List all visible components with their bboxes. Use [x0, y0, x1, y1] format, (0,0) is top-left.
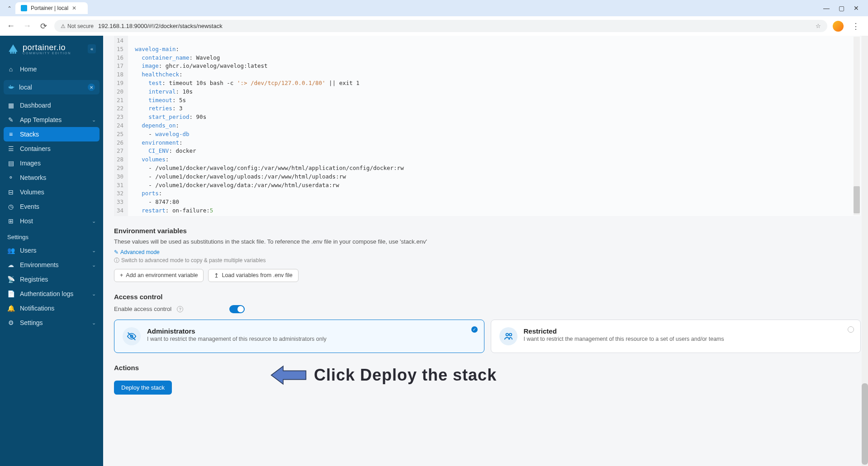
- svg-rect-3: [10, 85, 11, 86]
- env-name: local: [19, 84, 32, 91]
- radio-checked-icon: ✓: [471, 326, 478, 333]
- sidebar-collapse-button[interactable]: «: [88, 44, 96, 53]
- chevron-down-icon: ⌄: [92, 291, 96, 297]
- svg-point-6: [506, 333, 508, 336]
- load-env-file-button[interactable]: ↥Load variables from .env file: [208, 269, 298, 282]
- environment-badge[interactable]: local ✕: [4, 80, 100, 94]
- admin-card-desc: I want to restrict the management of thi…: [147, 336, 327, 342]
- sidebar-item-stacks[interactable]: ≡Stacks: [4, 127, 100, 141]
- bookmark-icon[interactable]: ☆: [816, 23, 821, 29]
- restricted-card-title: Restricted: [524, 327, 724, 335]
- chevron-down-icon: ⌄: [92, 117, 96, 123]
- tab-dropdown-icon[interactable]: ⌄: [7, 5, 12, 11]
- env-close-icon[interactable]: ✕: [88, 84, 95, 91]
- window-close-icon[interactable]: ✕: [854, 5, 859, 12]
- sidebar-item-home[interactable]: ⌂ Home: [0, 62, 103, 76]
- sidebar-item-dashboard[interactable]: ▦Dashboard: [0, 98, 103, 113]
- back-button[interactable]: ←: [5, 21, 16, 31]
- advanced-mode-hint: ⓘSwitch to advanced mode to copy & paste…: [114, 257, 861, 264]
- upload-icon: ↥: [214, 272, 219, 279]
- env-vars-help: These values will be used as substitutio…: [114, 238, 861, 245]
- info-icon: ⓘ: [114, 257, 119, 264]
- eye-off-icon: [123, 327, 141, 345]
- images-icon: ▤: [7, 160, 14, 167]
- access-toggle-label: Enable access control: [114, 306, 171, 312]
- editor-gutter: 1415161718192021222324252627282930313233…: [114, 36, 128, 216]
- templates-icon: ✎: [7, 116, 14, 123]
- editor-body[interactable]: wavelog-main: container_name: Wavelog im…: [128, 36, 861, 216]
- tab-close-icon[interactable]: ✕: [72, 5, 76, 11]
- bell-icon: 🔔: [7, 305, 14, 312]
- admin-card-title: Administrators: [147, 327, 327, 335]
- sidebar-item-volumes[interactable]: ⊟Volumes: [0, 185, 103, 199]
- window-maximize-icon[interactable]: ▢: [839, 5, 844, 12]
- favicon-icon: [21, 5, 27, 11]
- sidebar-item-events[interactable]: ◷Events: [0, 199, 103, 214]
- chevron-down-icon: ⌄: [92, 320, 96, 326]
- environments-icon: ☁: [7, 261, 14, 268]
- yaml-editor[interactable]: 1415161718192021222324252627282930313233…: [114, 36, 861, 216]
- edit-icon: ✎: [114, 249, 119, 255]
- access-control-heading: Access control: [114, 293, 861, 301]
- main-scrollbar[interactable]: [862, 36, 868, 466]
- logs-icon: 📄: [7, 290, 14, 297]
- forward-button[interactable]: →: [22, 21, 33, 31]
- main-content: 1415161718192021222324252627282930313233…: [103, 36, 868, 466]
- browser-menu-icon[interactable]: ⋮: [849, 21, 863, 31]
- docker-icon: [8, 85, 15, 90]
- tab-title: Portainer | local: [31, 5, 68, 11]
- env-vars-heading: Environment variables: [114, 227, 861, 235]
- help-icon[interactable]: ?: [177, 306, 183, 312]
- sidebar-item-containers[interactable]: ☰Containers: [0, 141, 103, 156]
- profile-avatar[interactable]: [833, 21, 844, 32]
- url-text: 192.168.1.18:9000/#!/2/docker/stacks/new…: [98, 23, 223, 29]
- actions-heading: Actions: [114, 364, 861, 372]
- sidebar-item-networks[interactable]: ⚬Networks: [0, 170, 103, 185]
- security-badge[interactable]: ⚠ Not secure: [61, 23, 94, 29]
- containers-icon: ☰: [7, 145, 14, 152]
- volumes-icon: ⊟: [7, 188, 14, 196]
- sidebar-item-environments[interactable]: ☁Environments⌄: [0, 258, 103, 272]
- svg-point-7: [509, 333, 512, 336]
- sidebar-item-settings[interactable]: ⚙Settings⌄: [0, 315, 103, 330]
- gear-icon: ⚙: [7, 319, 14, 326]
- home-icon: ⌂: [7, 66, 14, 73]
- sidebar: portainer.io COMMUNITY EDITION « ⌂ Home …: [0, 36, 103, 466]
- stacks-icon: ≡: [7, 131, 14, 138]
- networks-icon: ⚬: [7, 174, 14, 181]
- sidebar-item-app-templates[interactable]: ✎App Templates⌄: [0, 113, 103, 127]
- address-bar[interactable]: ⚠ Not secure 192.168.1.18:9000/#!/2/dock…: [54, 20, 827, 32]
- sidebar-item-auth-logs[interactable]: 📄Authentication logs⌄: [0, 287, 103, 301]
- chevron-down-icon: ⌄: [92, 262, 96, 268]
- chevron-down-icon: ⌄: [92, 248, 96, 254]
- dashboard-icon: ▦: [7, 102, 14, 109]
- advanced-mode-link[interactable]: ✎Advanced mode: [114, 249, 160, 255]
- radio-unchecked-icon: [848, 326, 854, 333]
- users-group-icon: [499, 327, 517, 345]
- host-icon: ⊞: [7, 217, 14, 225]
- portainer-logo-icon: [7, 43, 19, 55]
- window-minimize-icon[interactable]: —: [823, 5, 830, 12]
- deploy-stack-button[interactable]: Deploy the stack: [114, 381, 172, 395]
- brand-edition: COMMUNITY EDITION: [23, 52, 71, 55]
- access-card-restricted[interactable]: Restricted I want to restrict the manage…: [491, 320, 861, 353]
- events-icon: ◷: [7, 203, 14, 210]
- sidebar-item-notifications[interactable]: 🔔Notifications: [0, 301, 103, 315]
- sidebar-item-registries[interactable]: 📡Registries: [0, 272, 103, 287]
- plus-icon: +: [120, 272, 123, 278]
- sidebar-item-host[interactable]: ⊞Host⌄: [0, 214, 103, 228]
- editor-scrollbar[interactable]: [854, 37, 860, 215]
- sidebar-item-users[interactable]: 👥Users⌄: [0, 243, 103, 258]
- access-control-toggle[interactable]: [229, 305, 245, 313]
- users-icon: 👥: [7, 247, 14, 254]
- chevron-down-icon: ⌄: [92, 218, 96, 224]
- browser-tab[interactable]: Portainer | local ✕: [15, 2, 88, 14]
- svg-rect-0: [9, 86, 9, 87]
- reload-button[interactable]: ⟳: [38, 21, 49, 31]
- add-env-var-button[interactable]: +Add an environment variable: [114, 269, 204, 282]
- access-card-administrators[interactable]: Administrators I want to restrict the ma…: [114, 320, 484, 353]
- brand-name: portainer.io: [23, 43, 71, 52]
- sidebar-item-images[interactable]: ▤Images: [0, 156, 103, 170]
- restricted-card-desc: I want to restrict the management of thi…: [524, 336, 724, 342]
- settings-header: Settings: [0, 228, 103, 243]
